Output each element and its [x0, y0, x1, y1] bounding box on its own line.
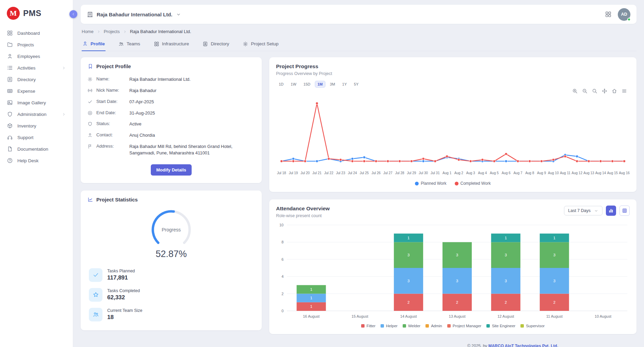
- legend-label: Supervisor: [526, 324, 545, 328]
- breadcrumb-home[interactable]: Home: [82, 29, 94, 34]
- pan-icon[interactable]: [602, 88, 607, 94]
- range-3m[interactable]: 3M: [327, 81, 338, 88]
- home-icon[interactable]: [612, 88, 617, 94]
- zoom-in-icon[interactable]: [572, 88, 578, 94]
- breadcrumb-projects[interactable]: Projects: [104, 29, 120, 34]
- legend-item[interactable]: Helper: [381, 324, 398, 328]
- brand-logo-icon: M: [7, 7, 20, 20]
- project-profile-card: Project Profile Name: Raja Bahadur Inter…: [81, 57, 262, 183]
- sidebar-item-dashboard[interactable]: Dashboard: [0, 27, 73, 39]
- field-label: Contact:: [96, 132, 126, 137]
- topbar-right: AD: [605, 8, 630, 21]
- svg-text:Progress: Progress: [162, 227, 181, 232]
- project-statistics-card: Project Statistics Progress 52.87% Tasks…: [81, 191, 262, 330]
- pms-logo[interactable]: M PMS: [0, 0, 73, 25]
- user-avatar[interactable]: AD: [618, 8, 630, 21]
- svg-text:3: 3: [407, 253, 409, 257]
- sidebar-item-administration[interactable]: Administration: [0, 108, 73, 120]
- building-icon: [87, 11, 93, 18]
- range-15d[interactable]: 15D: [301, 81, 313, 88]
- apps-grid-icon[interactable]: [605, 11, 612, 18]
- legend-label: Admin: [431, 324, 442, 328]
- zoom-select-icon[interactable]: [592, 88, 597, 94]
- table-view-toggle[interactable]: [619, 206, 630, 216]
- tab-label: Directory: [211, 41, 229, 46]
- legend-item[interactable]: Admin: [425, 324, 442, 328]
- legend-label: Site Engineer: [492, 324, 515, 328]
- tab-project-setup[interactable]: Project Setup: [242, 37, 279, 51]
- bar-chart-icon: [608, 208, 614, 213]
- tab-profile[interactable]: Profile: [82, 37, 106, 51]
- legend-item[interactable]: Project Manager: [447, 324, 481, 328]
- tab-bar: Profile Teams Infrastructure Directory P…: [81, 37, 637, 51]
- project-progress-card: Project Progress Progress Overview by Pr…: [269, 57, 637, 192]
- sidebar-item-activities[interactable]: Activities: [0, 62, 73, 74]
- attendance-controls: Last 7 Days: [564, 206, 630, 216]
- sidebar-item-support[interactable]: Support: [0, 132, 73, 143]
- chart-view-toggle[interactable]: [606, 206, 616, 216]
- sidebar-item-label: Projects: [17, 42, 34, 47]
- legend-item[interactable]: Completed Work: [455, 181, 491, 186]
- svg-text:2: 2: [553, 300, 556, 304]
- flag-icon: [87, 144, 93, 149]
- sidebar-item-documentation[interactable]: Documentation: [0, 143, 73, 155]
- svg-text:15 August: 15 August: [352, 314, 368, 318]
- people-icon: [89, 308, 102, 321]
- sidebar-item-employees[interactable]: Employees: [0, 50, 73, 62]
- legend-item[interactable]: Planned Work: [415, 181, 446, 186]
- range-5y[interactable]: 5Y: [351, 81, 361, 88]
- footer-link[interactable]: MARCO AIoT Technologies Pvt. Ltd.: [488, 344, 558, 347]
- sidebar-item-help-desk[interactable]: Help Desk: [0, 155, 73, 166]
- tab-infrastructure[interactable]: Infrastructure: [153, 37, 190, 51]
- sidebar-collapse-button[interactable]: [69, 10, 77, 18]
- sidebar-item-directory[interactable]: Directory: [0, 74, 73, 85]
- svg-text:3: 3: [505, 279, 507, 283]
- field-value: Raja Bahadur International Ltd.: [129, 76, 255, 83]
- field-label: Nick Name:: [96, 88, 126, 93]
- range-1w[interactable]: 1W: [288, 81, 299, 88]
- sidebar-item-image-gallery[interactable]: Image Gallery: [0, 97, 73, 108]
- svg-text:Aug 4: Aug 4: [478, 171, 487, 175]
- zoom-out-icon[interactable]: [582, 88, 587, 94]
- svg-text:Aug 8: Aug 8: [525, 171, 534, 175]
- menu-icon[interactable]: [622, 88, 627, 94]
- field-label: Status:: [96, 121, 126, 126]
- sidebar-item-label: Directory: [17, 77, 36, 82]
- gauge-arc: Progress: [146, 207, 197, 247]
- field-label: End Date:: [96, 110, 126, 115]
- svg-text:3: 3: [553, 279, 556, 283]
- legend-swatch: [403, 324, 406, 328]
- company-selector[interactable]: Raja Bahadur International Ltd.: [87, 11, 181, 18]
- sidebar-item-label: Administration: [17, 112, 47, 117]
- range-1d[interactable]: 1D: [276, 81, 286, 88]
- legend-item[interactable]: Supervisor: [520, 324, 545, 328]
- star-icon: [89, 288, 102, 302]
- attendance-bar-chart[interactable]: 024681011116 August15 August233114 Augus…: [276, 222, 630, 321]
- svg-text:Aug 2: Aug 2: [454, 171, 464, 175]
- field-contact: Contact: Anuj Chordia: [87, 130, 255, 141]
- document-icon: [7, 146, 13, 152]
- sidebar-nav: Dashboard Projects Employees Activities …: [0, 25, 73, 166]
- sidebar-item-inventory[interactable]: Inventory: [0, 120, 73, 132]
- top-header: Raja Bahadur International Ltd. AD: [81, 5, 637, 24]
- svg-text:Jul 30: Jul 30: [419, 171, 428, 175]
- sidebar-item-expense[interactable]: Expense: [0, 85, 73, 97]
- date-range-select[interactable]: Last 7 Days: [564, 206, 602, 215]
- legend-item[interactable]: Site Engineer: [486, 324, 515, 328]
- svg-text:Aug 3: Aug 3: [466, 171, 476, 175]
- modify-details-button[interactable]: Modify Details: [151, 164, 192, 176]
- stat-value: 18: [107, 314, 142, 321]
- range-1y[interactable]: 1Y: [339, 81, 349, 88]
- field-label: Name:: [96, 76, 126, 81]
- tab-teams[interactable]: Teams: [118, 37, 141, 51]
- chevron-right-icon: [123, 30, 127, 34]
- svg-text:10 August: 10 August: [595, 314, 611, 318]
- legend-item[interactable]: Fitter: [361, 324, 375, 328]
- range-1m[interactable]: 1M: [315, 81, 325, 88]
- legend-item[interactable]: Welder: [403, 324, 420, 328]
- sidebar-item-projects[interactable]: Projects: [0, 39, 73, 50]
- gear-icon: [87, 77, 93, 82]
- progress-line-chart[interactable]: Jul 18Jul 19Jul 20Jul 21Jul 22Jul 23Jul …: [276, 94, 630, 178]
- folder-icon: [7, 42, 13, 48]
- tab-directory[interactable]: Directory: [202, 37, 230, 51]
